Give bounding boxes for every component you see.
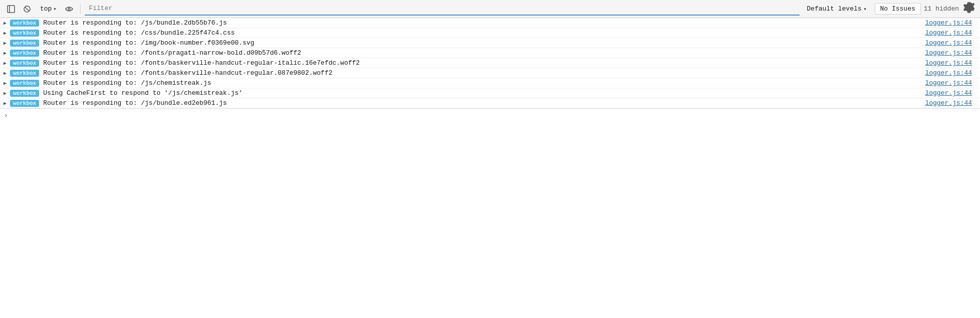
console-row: ▶ workbox Router is responding to: /js/b… <box>0 98 980 108</box>
levels-button[interactable]: Default levels ▾ <box>802 4 871 14</box>
row-expander-4[interactable]: ▶ <box>0 60 10 66</box>
svg-rect-0 <box>8 6 15 13</box>
row-badge-0: workbox <box>10 20 39 27</box>
row-source-6[interactable]: logger.js:44 <box>925 79 972 87</box>
console-row: ▶ workbox Using CacheFirst to respond to… <box>0 88 980 98</box>
row-badge-4: workbox <box>10 60 39 67</box>
row-source-0[interactable]: logger.js:44 <box>925 19 972 27</box>
row-badge-5: workbox <box>10 70 39 77</box>
settings-button[interactable] <box>962 3 976 15</box>
row-message-7: Using CacheFirst to respond to '/js/chem… <box>43 89 925 97</box>
row-expander-6[interactable]: ▶ <box>0 80 10 86</box>
prompt-caret-icon: › <box>4 112 8 119</box>
row-source-1[interactable]: logger.js:44 <box>925 29 972 37</box>
console-row: ▶ workbox Router is responding to: /img/… <box>0 38 980 48</box>
row-source-2[interactable]: logger.js:44 <box>925 39 972 47</box>
row-badge-3: workbox <box>10 50 39 57</box>
row-message-1: Router is responding to: /css/bundle.225… <box>43 29 925 37</box>
row-source-3[interactable]: logger.js:44 <box>925 49 972 57</box>
filter-box <box>85 3 800 16</box>
console-row: ▶ workbox Router is responding to: /font… <box>0 58 980 68</box>
svg-point-4 <box>68 8 70 10</box>
context-label: top <box>40 5 52 13</box>
console-rows: ▶ workbox Router is responding to: /js/b… <box>0 18 980 108</box>
row-badge-1: workbox <box>10 30 39 37</box>
chevron-down-icon: ▾ <box>53 6 56 12</box>
svg-line-3 <box>25 7 30 11</box>
console-row: ▶ workbox Router is responding to: /css/… <box>0 28 980 38</box>
row-message-0: Router is responding to: /js/bundle.2db5… <box>43 19 925 27</box>
panel-icon <box>7 5 15 13</box>
row-source-8[interactable]: logger.js:44 <box>925 99 972 107</box>
row-badge-2: workbox <box>10 40 39 47</box>
row-badge-8: workbox <box>10 100 39 107</box>
row-source-4[interactable]: logger.js:44 <box>925 59 972 67</box>
eye-button[interactable] <box>62 3 76 15</box>
block-icon <box>23 5 31 13</box>
row-expander-8[interactable]: ▶ <box>0 100 10 106</box>
row-source-5[interactable]: logger.js:44 <box>925 69 972 77</box>
row-badge-7: workbox <box>10 90 39 97</box>
row-message-6: Router is responding to: /js/chemistreak… <box>43 79 925 87</box>
row-expander-1[interactable]: ▶ <box>0 30 10 36</box>
row-expander-2[interactable]: ▶ <box>0 40 10 46</box>
console-row: ▶ workbox Router is responding to: /font… <box>0 68 980 78</box>
levels-chevron-icon: ▾ <box>864 6 867 12</box>
no-issues-button[interactable]: No Issues <box>875 3 921 15</box>
right-controls: Default levels ▾ No Issues 11 hidden <box>802 3 976 15</box>
row-expander-5[interactable]: ▶ <box>0 70 10 76</box>
row-source-7[interactable]: logger.js:44 <box>925 89 972 97</box>
levels-label: Default levels <box>807 5 861 13</box>
row-message-2: Router is responding to: /img/book-numbe… <box>43 39 925 47</box>
panel-toggle-button[interactable] <box>4 3 18 15</box>
row-message-5: Router is responding to: /fonts/baskervi… <box>43 69 925 77</box>
hidden-count: 11 hidden <box>924 5 959 13</box>
prompt-row: › <box>0 108 980 122</box>
gear-icon <box>962 2 976 16</box>
console-row: ▶ workbox Router is responding to: /font… <box>0 48 980 58</box>
devtools-toolbar: top ▾ Default levels ▾ No Issues 11 hidd… <box>0 0 980 18</box>
row-message-8: Router is responding to: /js/bundle.ed2e… <box>43 99 925 107</box>
row-expander-7[interactable]: ▶ <box>0 90 10 96</box>
row-expander-0[interactable]: ▶ <box>0 20 10 26</box>
toolbar-divider <box>80 4 81 14</box>
console-row: ▶ workbox Router is responding to: /js/b… <box>0 18 980 28</box>
context-selector[interactable]: top ▾ <box>36 4 60 14</box>
row-expander-3[interactable]: ▶ <box>0 50 10 56</box>
filter-input[interactable] <box>85 3 800 15</box>
row-message-4: Router is responding to: /fonts/baskervi… <box>43 59 925 67</box>
row-message-3: Router is responding to: /fonts/pragati-… <box>43 49 925 57</box>
row-badge-6: workbox <box>10 80 39 87</box>
block-button[interactable] <box>20 3 34 15</box>
eye-icon <box>65 5 73 13</box>
no-issues-label: No Issues <box>880 5 915 13</box>
console-row: ▶ workbox Router is responding to: /js/c… <box>0 78 980 88</box>
